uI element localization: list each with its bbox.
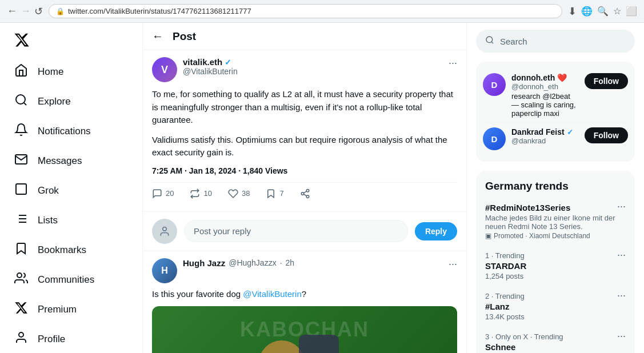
- trend-item-stardar[interactable]: 1 · Trending STARDAR 1,254 posts ···: [476, 246, 635, 286]
- trend-row-3: 3 · Only on X · Trending Schnee 9,540 po…: [485, 332, 626, 353]
- svg-rect-2: [16, 184, 26, 194]
- who-to-follow-card: D donnoh.eth ❤️ @donnoh_eth research @l2…: [476, 62, 635, 162]
- grok-label: Grok: [38, 185, 59, 196]
- tweet-actions: 20 10 38 7: [152, 182, 457, 204]
- reply-user-avatar: [152, 219, 177, 244]
- save-page-icon[interactable]: ⬇: [568, 5, 577, 18]
- follow-dankrad-button[interactable]: Follow: [585, 127, 628, 143]
- main-content: ← Post V vitalik.eth ✓ @VitalikButerin ·…: [143, 23, 467, 353]
- browser-nav: ← → ↺: [7, 5, 43, 18]
- author-handle: @VitalikButerin: [183, 67, 443, 76]
- dankrad-name: Dankrad Feist ✓: [511, 127, 579, 137]
- sidebar-item-lists[interactable]: Lists: [7, 206, 135, 235]
- communities-icon: [14, 271, 29, 288]
- dankrad-avatar: D: [483, 127, 506, 150]
- trend-name: #RedmiNote13Series: [485, 203, 617, 212]
- follow-donnoh-button[interactable]: Follow: [585, 73, 628, 89]
- sidebar-item-home[interactable]: Home: [7, 58, 135, 86]
- mention-link[interactable]: @VitalikButerin: [243, 289, 302, 299]
- refresh-icon[interactable]: ↺: [34, 5, 43, 18]
- translate-icon[interactable]: 🌐: [581, 6, 593, 17]
- promoted-icon: ▣: [485, 232, 491, 240]
- reply-tweet: H Hugh Jazz @HughJazzx · 2h ··· Is this …: [143, 251, 466, 354]
- reply-name-row: Hugh Jazz @HughJazzx · 2h: [183, 258, 443, 268]
- dankrad-handle: @dankrad: [511, 137, 579, 145]
- bookmarks-icon: [14, 242, 29, 259]
- tweet-more-button[interactable]: ···: [449, 57, 457, 69]
- lists-label: Lists: [38, 215, 58, 226]
- sidebar-item-premium[interactable]: Premium: [7, 295, 135, 324]
- dankrad-verified-icon: ✓: [567, 128, 573, 137]
- svg-point-19: [163, 227, 167, 231]
- donnoh-bio: research @l2beat — scaling is caring, pa…: [511, 92, 579, 118]
- security-icon: 🔒: [56, 7, 65, 15]
- sidebar-item-profile[interactable]: Profile: [7, 325, 135, 353]
- tweet-meta: 7:25 AM · Jan 18, 2024 · 1,840 Views: [152, 166, 457, 175]
- trend-promo-desc: Mache jedes Bild zu einer Ikone mit der …: [485, 214, 617, 231]
- trend-name-3: Schnee: [485, 342, 563, 352]
- bookmark-star-icon[interactable]: ☆: [613, 6, 621, 17]
- premium-label: Premium: [38, 304, 77, 315]
- back-nav-icon[interactable]: ←: [7, 5, 17, 17]
- trend-content-1: 1 · Trending STARDAR 1,254 posts: [485, 251, 526, 280]
- search-box[interactable]: [476, 30, 635, 53]
- bookmark-action[interactable]: 7: [266, 188, 283, 199]
- trend-more-button-3[interactable]: ···: [617, 330, 626, 342]
- grok-icon: [14, 182, 29, 199]
- back-button[interactable]: ←: [152, 30, 163, 43]
- sidebar-item-notifications[interactable]: Notifications: [7, 117, 135, 146]
- extensions-icon[interactable]: ⬜: [626, 6, 637, 17]
- trend-item-lanz[interactable]: 2 · Trending #Lanz 13.4K posts ···: [476, 286, 635, 327]
- tweet-author-row: V vitalik.eth ✓ @VitalikButerin ···: [152, 57, 457, 82]
- trend-item-schnee[interactable]: 3 · Only on X · Trending Schnee 9,540 po…: [476, 327, 635, 353]
- retweet-action[interactable]: 10: [190, 188, 211, 199]
- trend-item-redmi[interactable]: #RedmiNote13Series Mache jedes Bild zu e…: [476, 197, 635, 246]
- home-label: Home: [38, 66, 63, 78]
- reply-more-button[interactable]: ···: [449, 258, 457, 270]
- reply-submit-button[interactable]: Reply: [415, 222, 457, 240]
- profile-label: Profile: [38, 334, 65, 345]
- search-input[interactable]: [500, 37, 626, 46]
- trend-posts-2: 13.4K posts: [485, 312, 525, 321]
- author-name: vitalik.eth ✓: [183, 57, 443, 67]
- svg-line-18: [303, 191, 306, 192]
- tweet-avatar: V: [152, 57, 177, 82]
- right-sidebar: D donnoh.eth ❤️ @donnoh_eth research @l2…: [467, 23, 644, 353]
- sidebar-item-messages[interactable]: Messages: [7, 147, 135, 175]
- browser-search-icon[interactable]: 🔍: [597, 6, 609, 17]
- donnoh-info: donnoh.eth ❤️ @donnoh_eth research @l2be…: [511, 73, 579, 118]
- sidebar-item-bookmarks[interactable]: Bookmarks: [7, 236, 135, 264]
- trend-posts-1: 1,254 posts: [485, 272, 526, 280]
- trend-content-2: 2 · Trending #Lanz 13.4K posts: [485, 292, 525, 321]
- post-title: Post: [173, 30, 196, 43]
- promoted-label: ▣ Promoted · Xiaomi Deutschland: [485, 232, 617, 240]
- trend-more-button-1[interactable]: ···: [617, 249, 626, 261]
- trends-title: Germany trends: [476, 173, 635, 197]
- reply-author-info: Hugh Jazz @HughJazzx · 2h: [183, 258, 443, 268]
- like-action[interactable]: 38: [228, 188, 250, 199]
- sidebar: Home Explore Notifications Messages Grok: [0, 23, 143, 353]
- forward-nav-icon[interactable]: →: [21, 5, 31, 17]
- trend-content-3: 3 · Only on X · Trending Schnee 9,540 po…: [485, 332, 563, 353]
- share-action[interactable]: [300, 188, 310, 199]
- messages-label: Messages: [38, 155, 82, 167]
- sidebar-item-explore[interactable]: Explore: [7, 87, 135, 116]
- url-bar[interactable]: 🔒 twitter.com/VitalikButerin/status/1747…: [49, 4, 562, 18]
- trend-row: #RedmiNote13Series Mache jedes Bild zu e…: [485, 203, 626, 240]
- trend-more-button-0[interactable]: ···: [617, 200, 626, 212]
- browser-actions: ⬇ 🌐 🔍 ☆ ⬜: [568, 5, 637, 18]
- trend-more-button-2[interactable]: ···: [617, 290, 626, 302]
- svg-point-9: [17, 273, 22, 278]
- sidebar-item-communities[interactable]: Communities: [7, 266, 135, 294]
- explore-icon: [14, 93, 29, 110]
- reply-text-input[interactable]: Post your reply: [184, 220, 408, 242]
- x-logo[interactable]: [7, 27, 135, 54]
- author-info: vitalik.eth ✓ @VitalikButerin: [183, 57, 443, 76]
- lists-icon: [14, 212, 29, 229]
- browser-chrome: ← → ↺ 🔒 twitter.com/VitalikButerin/statu…: [0, 0, 644, 23]
- reply-tweet-text: Is this your favorite dog @VitalikButeri…: [152, 288, 457, 301]
- post-header: ← Post: [143, 23, 466, 50]
- svg-point-16: [306, 195, 309, 198]
- reply-action[interactable]: 20: [152, 188, 174, 199]
- sidebar-item-grok[interactable]: Grok: [7, 176, 135, 205]
